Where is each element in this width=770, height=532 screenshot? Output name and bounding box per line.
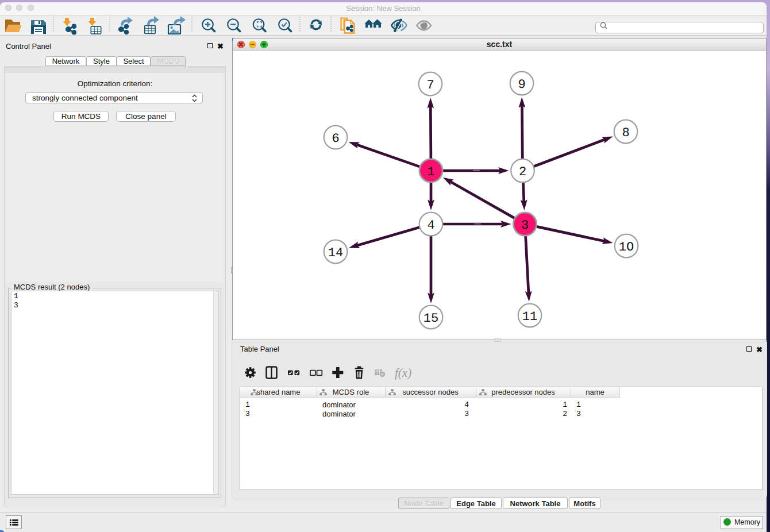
svg-text:8: 8 [622,126,629,140]
svg-text:1O: 1O [619,240,634,255]
svg-text:2: 2 [519,165,526,179]
svg-text:7: 7 [426,78,434,92]
svg-text:11: 11 [522,310,537,324]
svg-text:4: 4 [427,218,434,233]
svg-text:1: 1 [427,165,434,179]
svg-text:15: 15 [424,311,438,326]
svg-text:14: 14 [328,246,343,260]
svg-text:f(x): f(x) [395,366,411,380]
svg-text:9: 9 [518,78,525,92]
svg-text:3: 3 [521,218,529,233]
svg-text:6: 6 [332,132,339,146]
